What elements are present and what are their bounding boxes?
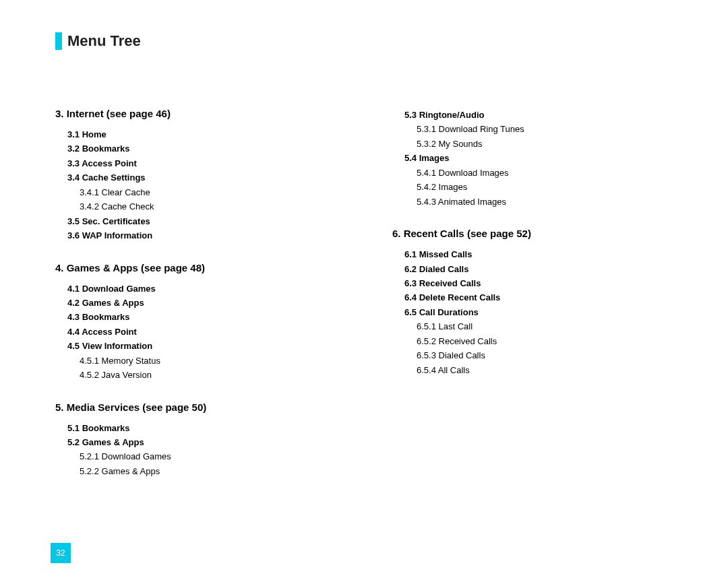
section-5-continued: 5.3 Ringtone/Audio5.3.1 Download Ring Tu…: [392, 108, 675, 209]
list-item: 5.2 Games & Apps: [67, 435, 392, 449]
list-item: 5.4.3 Animated Images: [417, 195, 675, 209]
list-item: 5.4.2 Images: [417, 180, 675, 194]
list-item: 4.5.1 Memory Status: [80, 354, 392, 368]
list-item: 5.4.1 Download Images: [417, 166, 675, 180]
list-item: 6.4 Delete Recent Calls: [404, 290, 675, 304]
list-item: 4.5.2 Java Version: [80, 368, 392, 382]
page-title: Menu Tree: [67, 32, 141, 50]
section-4-list: 4.1 Download Games4.2 Games & Apps4.3 Bo…: [55, 282, 392, 383]
list-item: 6.5.2 Received Calls: [417, 334, 675, 348]
list-item: 6.5.3 Dialed Calls: [417, 348, 675, 362]
section-5-list: 5.1 Bookmarks5.2 Games & Apps5.2.1 Downl…: [55, 421, 392, 479]
list-item: 4.1 Download Games: [67, 282, 392, 296]
list-item: 4.2 Games & Apps: [67, 296, 392, 310]
list-item: 6.5 Call Durations: [404, 305, 675, 319]
list-item: 3.4.2 Cache Check: [80, 199, 392, 214]
list-item: 6.5.1 Last Call: [417, 319, 675, 333]
section-3-list: 3.1 Home3.2 Bookmarks3.3 Access Point3.4…: [55, 127, 392, 243]
list-item: 3.2 Bookmarks: [67, 141, 392, 156]
column-left: 3. Internet (see page 46) 3.1 Home3.2 Bo…: [55, 108, 392, 478]
section-6-list: 6.1 Missed Calls6.2 Dialed Calls6.3 Rece…: [392, 247, 675, 377]
list-item: 3.6 WAP Information: [67, 228, 392, 243]
section-6-head: 6. Recent Calls (see page 52): [392, 228, 675, 239]
columns: 3. Internet (see page 46) 3.1 Home3.2 Bo…: [55, 108, 688, 478]
list-item: 6.5.4 All Calls: [417, 363, 675, 377]
list-item: 3.3 Access Point: [67, 156, 392, 170]
list-item: 5.1 Bookmarks: [67, 421, 392, 435]
column-right: 5.3 Ringtone/Audio5.3.1 Download Ring Tu…: [392, 108, 675, 478]
list-item: 6.1 Missed Calls: [404, 247, 675, 261]
list-item: 4.4 Access Point: [67, 325, 392, 339]
list-item: 5.2.2 Games & Apps: [80, 464, 392, 478]
list-item: 6.2 Dialed Calls: [404, 262, 675, 276]
section-5-head: 5. Media Services (see page 50): [55, 401, 392, 413]
list-item: 5.4 Images: [404, 151, 675, 165]
list-item: 6.3 Received Calls: [404, 276, 675, 290]
section-3-head: 3. Internet (see page 46): [55, 108, 392, 119]
section-4-head: 4. Games & Apps (see page 48): [55, 262, 392, 273]
list-item: 3.4.1 Clear Cache: [80, 185, 392, 199]
list-item: 4.5 View Information: [67, 339, 392, 353]
list-item: 3.5 Sec. Certificates: [67, 214, 392, 228]
list-item: 5.3 Ringtone/Audio: [404, 108, 675, 122]
list-item: 3.1 Home: [67, 127, 392, 141]
list-item: 4.3 Bookmarks: [67, 310, 392, 324]
page-number: 32: [51, 543, 71, 563]
list-item: 5.3.2 My Sounds: [417, 137, 675, 151]
accent-bar: [55, 32, 62, 50]
page-title-wrap: Menu Tree: [55, 32, 141, 50]
list-item: 5.3.1 Download Ring Tunes: [417, 122, 675, 136]
list-item: 5.2.1 Download Games: [80, 449, 392, 463]
list-item: 3.4 Cache Settings: [67, 170, 392, 185]
